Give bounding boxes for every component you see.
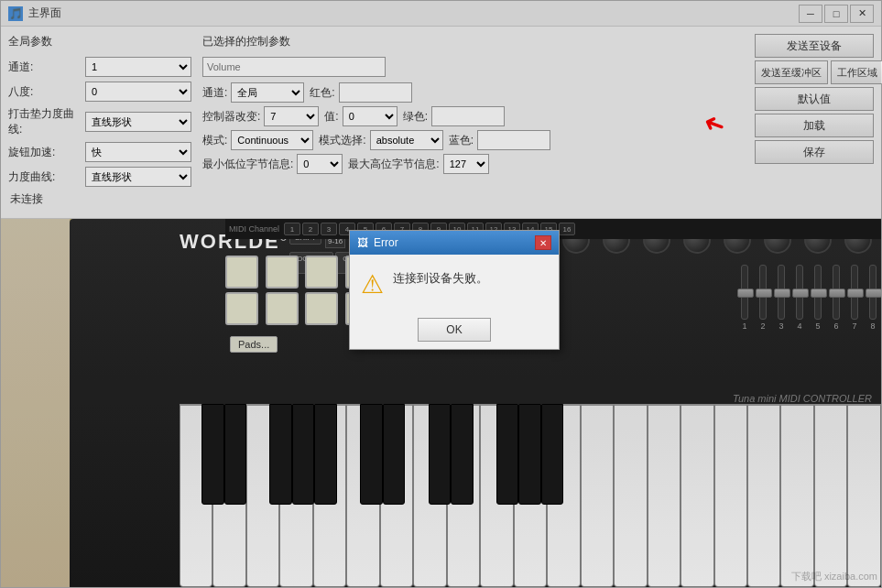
error-dialog-footer: OK [350, 310, 559, 349]
error-dialog-title: Error [374, 236, 535, 249]
error-dialog-body: ⚠ 连接到设备失败。 [350, 255, 559, 310]
error-dialog-message: 连接到设备失败。 [393, 269, 488, 288]
main-window: 🎵 主界面 ─ □ ✕ 全局参数 通道: 1234 5678 9101112 1… [0, 0, 882, 588]
error-dialog-close-button[interactable]: ✕ [535, 235, 551, 250]
error-dialog-icon: 🖼 [357, 236, 368, 249]
dialog-overlay: 🖼 Error ✕ ⚠ 连接到设备失败。 OK [1, 1, 881, 587]
error-dialog-ok-button[interactable]: OK [418, 318, 491, 342]
warning-icon: ⚠ [361, 269, 384, 299]
error-dialog: 🖼 Error ✕ ⚠ 连接到设备失败。 OK [349, 230, 560, 350]
error-dialog-title-bar: 🖼 Error ✕ [350, 231, 559, 255]
